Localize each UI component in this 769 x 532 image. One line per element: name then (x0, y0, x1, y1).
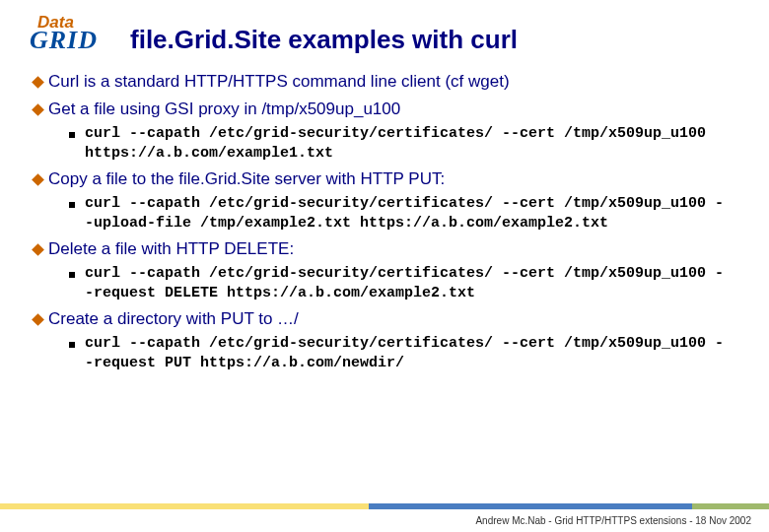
code-text: curl --capath /etc/grid-security/certifi… (85, 334, 726, 372)
code-text: curl --capath /etc/grid-security/certifi… (85, 264, 726, 302)
footer-text: Andrew Mc.Nab - Grid HTTP/HTTPS extensio… (0, 509, 769, 532)
bullet-item: Get a file using GSI proxy in /tmp/x509u… (34, 99, 739, 120)
bar-segment-yellow (0, 503, 369, 509)
sub-bullet-item: curl --capath /etc/grid-security/certifi… (69, 334, 739, 372)
content: Curl is a standard HTTP/HTTPS command li… (30, 71, 739, 372)
diamond-icon (32, 173, 44, 186)
diamond-icon (32, 243, 44, 256)
square-icon (69, 132, 75, 138)
logo-bottom-text: GRID (30, 28, 98, 53)
diamond-icon (32, 76, 44, 89)
code-text: curl --capath /etc/grid-security/certifi… (85, 194, 726, 233)
bullet-item: Create a directory with PUT to …/ (34, 308, 739, 330)
square-icon (69, 342, 75, 348)
slide: Data GRID file.Grid.Site examples with c… (0, 0, 769, 532)
bullet-text: Delete a file with HTTP DELETE: (48, 238, 294, 260)
square-icon (69, 272, 75, 278)
footer-bar (0, 503, 769, 509)
bullet-item: Delete a file with HTTP DELETE: (34, 238, 739, 260)
bullet-item: Copy a file to the file.Grid.Site server… (34, 168, 739, 190)
bar-segment-blue (369, 503, 692, 509)
footer: Andrew Mc.Nab - Grid HTTP/HTTPS extensio… (0, 503, 769, 532)
code-text: curl --capath /etc/grid-security/certifi… (85, 124, 726, 163)
sub-bullet-item: curl --capath /etc/grid-security/certifi… (69, 124, 739, 163)
sub-bullet-item: curl --capath /etc/grid-security/certifi… (69, 264, 739, 302)
page-title: file.Grid.Site examples with curl (130, 25, 518, 55)
bullet-text: Copy a file to the file.Grid.Site server… (48, 168, 445, 190)
logo: Data GRID (30, 18, 120, 61)
bullet-text: Create a directory with PUT to …/ (48, 308, 299, 330)
diamond-icon (32, 314, 44, 327)
diamond-icon (32, 103, 44, 116)
sub-bullet-item: curl --capath /etc/grid-security/certifi… (69, 194, 739, 233)
square-icon (69, 202, 75, 208)
bullet-item: Curl is a standard HTTP/HTTPS command li… (34, 71, 739, 93)
header: Data GRID file.Grid.Site examples with c… (30, 18, 739, 61)
bullet-text: Get a file using GSI proxy in /tmp/x509u… (48, 99, 400, 120)
bullet-text: Curl is a standard HTTP/HTTPS command li… (48, 71, 510, 93)
bar-segment-green (692, 503, 769, 509)
